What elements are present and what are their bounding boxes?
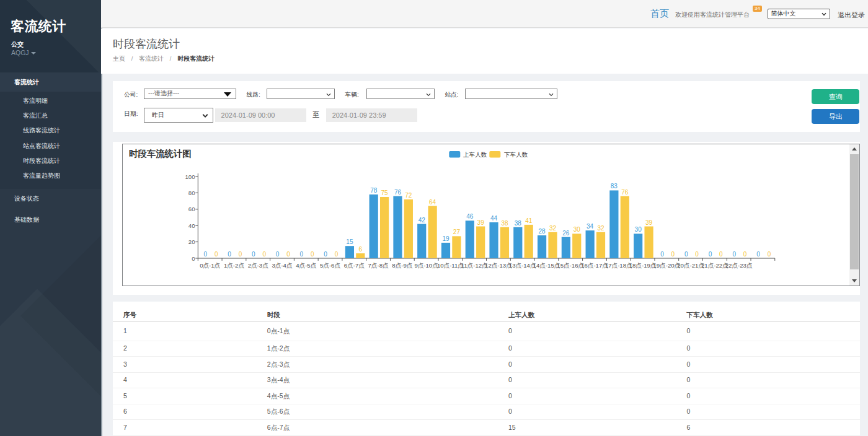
svg-text:30: 30 bbox=[635, 226, 642, 233]
svg-text:12点-13点: 12点-13点 bbox=[485, 262, 512, 269]
svg-text:上车人数: 上车人数 bbox=[463, 151, 487, 158]
svg-text:0: 0 bbox=[286, 251, 290, 258]
svg-text:41: 41 bbox=[525, 217, 533, 224]
svg-text:0: 0 bbox=[732, 251, 736, 258]
svg-text:11点-12点: 11点-12点 bbox=[461, 262, 488, 269]
svg-text:22点-23点: 22点-23点 bbox=[725, 262, 753, 269]
svg-text:46: 46 bbox=[466, 213, 474, 220]
svg-text:时段车流统计图: 时段车流统计图 bbox=[129, 149, 192, 159]
svg-text:44: 44 bbox=[490, 215, 498, 222]
svg-text:0: 0 bbox=[684, 251, 688, 258]
svg-text:26: 26 bbox=[562, 230, 570, 237]
svg-text:15: 15 bbox=[346, 238, 353, 245]
svg-text:100: 100 bbox=[185, 173, 195, 180]
svg-text:38: 38 bbox=[501, 220, 508, 227]
svg-text:0: 0 bbox=[660, 251, 664, 258]
svg-text:0: 0 bbox=[192, 255, 195, 262]
svg-text:0: 0 bbox=[228, 251, 231, 258]
svg-text:6: 6 bbox=[359, 246, 363, 253]
svg-text:21点-22点: 21点-22点 bbox=[701, 262, 728, 269]
svg-text:19点-20点: 19点-20点 bbox=[653, 262, 680, 269]
svg-text:5点-6点: 5点-6点 bbox=[320, 262, 340, 269]
svg-text:64: 64 bbox=[429, 199, 436, 206]
svg-text:1点-2点: 1点-2点 bbox=[224, 262, 244, 269]
svg-text:40: 40 bbox=[188, 222, 195, 229]
svg-text:76: 76 bbox=[394, 189, 402, 196]
svg-text:76: 76 bbox=[621, 189, 629, 196]
svg-text:9点-10点: 9点-10点 bbox=[414, 262, 438, 269]
svg-text:28: 28 bbox=[539, 228, 546, 235]
svg-text:20: 20 bbox=[188, 238, 195, 245]
svg-text:0点-1点: 0点-1点 bbox=[200, 262, 220, 269]
svg-text:0: 0 bbox=[671, 251, 675, 258]
svg-text:72: 72 bbox=[405, 192, 412, 199]
svg-text:7点-8点: 7点-8点 bbox=[368, 262, 389, 269]
svg-text:0: 0 bbox=[215, 251, 218, 258]
svg-text:34: 34 bbox=[587, 223, 594, 230]
svg-text:0: 0 bbox=[695, 251, 699, 258]
svg-text:19: 19 bbox=[442, 235, 450, 242]
svg-text:0: 0 bbox=[743, 251, 747, 258]
svg-text:0: 0 bbox=[719, 251, 723, 258]
svg-text:0: 0 bbox=[709, 251, 712, 258]
svg-text:0: 0 bbox=[276, 251, 280, 258]
svg-text:0: 0 bbox=[756, 251, 760, 258]
svg-text:39: 39 bbox=[645, 219, 653, 226]
svg-text:60: 60 bbox=[188, 206, 195, 212]
svg-text:下车人数: 下车人数 bbox=[504, 151, 528, 158]
svg-text:17点-18点: 17点-18点 bbox=[605, 262, 632, 269]
svg-text:16点-17点: 16点-17点 bbox=[581, 262, 608, 269]
svg-text:0: 0 bbox=[300, 251, 304, 258]
svg-text:30: 30 bbox=[574, 226, 581, 233]
svg-text:10点-11点: 10点-11点 bbox=[437, 262, 464, 269]
svg-text:13点-14点: 13点-14点 bbox=[509, 262, 536, 269]
svg-text:18点-19点: 18点-19点 bbox=[629, 262, 657, 269]
svg-text:14点-15点: 14点-15点 bbox=[533, 262, 560, 269]
svg-text:6点-7点: 6点-7点 bbox=[344, 262, 365, 269]
svg-text:0: 0 bbox=[252, 251, 255, 258]
svg-text:42: 42 bbox=[418, 217, 426, 224]
svg-text:27: 27 bbox=[453, 229, 461, 235]
svg-text:32: 32 bbox=[549, 225, 557, 232]
svg-text:2点-3点: 2点-3点 bbox=[248, 262, 268, 269]
svg-text:83: 83 bbox=[611, 183, 618, 190]
svg-text:38: 38 bbox=[515, 220, 522, 227]
svg-text:15点-16点: 15点-16点 bbox=[557, 262, 584, 269]
svg-text:78: 78 bbox=[370, 187, 378, 194]
svg-text:0: 0 bbox=[239, 251, 242, 258]
svg-text:3点-4点: 3点-4点 bbox=[272, 262, 292, 269]
svg-text:20点-21点: 20点-21点 bbox=[677, 262, 704, 269]
svg-text:39: 39 bbox=[477, 219, 485, 226]
svg-text:75: 75 bbox=[381, 190, 389, 196]
svg-text:0: 0 bbox=[335, 251, 339, 258]
svg-text:4点-5点: 4点-5点 bbox=[296, 262, 316, 269]
svg-text:0: 0 bbox=[204, 251, 208, 258]
svg-text:0: 0 bbox=[324, 251, 327, 258]
svg-text:0: 0 bbox=[262, 251, 266, 258]
svg-text:0: 0 bbox=[768, 251, 771, 258]
svg-text:8点-9点: 8点-9点 bbox=[392, 262, 412, 269]
svg-text:32: 32 bbox=[597, 225, 604, 232]
svg-text:80: 80 bbox=[188, 190, 195, 196]
svg-text:0: 0 bbox=[311, 251, 314, 258]
